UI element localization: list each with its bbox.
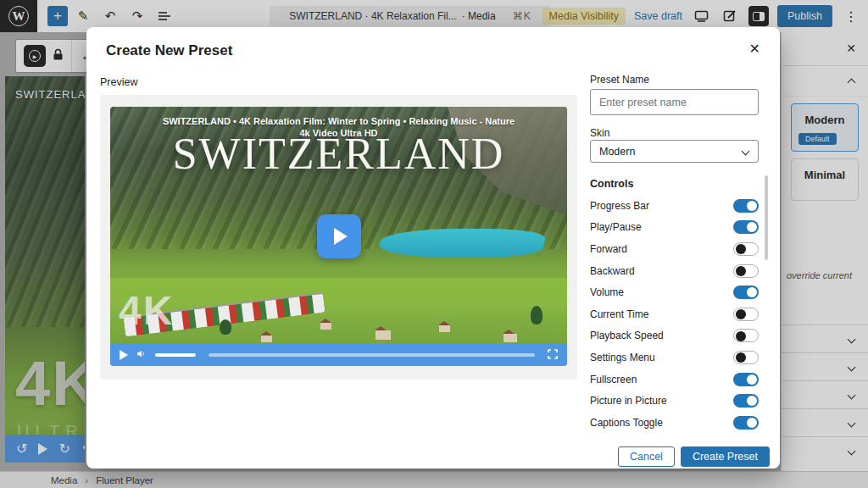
play-icon [334, 228, 348, 245]
preview-box: SWITZERLAND • 4K Relaxation Film: Winter… [100, 95, 577, 380]
control-label: Captions Toggle [590, 417, 663, 429]
toggle-captions-toggle[interactable] [733, 416, 759, 430]
tree-shape [220, 319, 231, 335]
control-label: Current Time [590, 308, 648, 320]
preset-name-input[interactable] [590, 89, 759, 115]
toggle-knob [736, 331, 746, 341]
control-row-volume: Volume [590, 281, 759, 303]
toggle-knob [747, 374, 757, 385]
cancel-button[interactable]: Cancel [618, 446, 675, 467]
preview-label: Preview [100, 76, 137, 88]
control-row-settings-menu: Settings Menu [590, 347, 759, 369]
house-shape [504, 334, 517, 342]
toggle-forward[interactable] [733, 242, 759, 256]
player-control-bar [110, 343, 567, 366]
toggle-knob [736, 266, 746, 276]
toggle-knob [736, 309, 746, 319]
controls-list: Progress BarPlay/PauseForwardBackwardVol… [590, 195, 759, 434]
screen: W + ✎ ↶ ↷ SWITZERLAND · 4K Relaxation Fi… [0, 0, 868, 488]
control-label: Playback Speed [590, 330, 664, 341]
control-label: Volume [590, 286, 624, 298]
toggle-settings-menu[interactable] [733, 351, 759, 364]
skin-select-value: Modern [599, 146, 635, 158]
tree-shape [531, 306, 542, 324]
toggle-volume[interactable] [733, 286, 759, 299]
control-row-play-pause: Play/Pause [590, 217, 759, 239]
house-shape [439, 325, 450, 332]
control-row-backward: Backward [590, 260, 759, 282]
create-preset-modal: Create New Preset ✕ Preview [86, 27, 780, 469]
house-shape [320, 323, 331, 330]
control-label: Forward [590, 243, 627, 255]
house-shape [376, 330, 391, 340]
control-row-current-time: Current Time [590, 303, 759, 325]
modal-footer: Cancel Create Preset [618, 446, 770, 467]
toggle-backward[interactable] [733, 264, 759, 278]
skin-label: Skin [590, 127, 609, 139]
control-label: Progress Bar [590, 200, 649, 212]
volume-icon[interactable] [136, 347, 147, 363]
toggle-knob [747, 201, 757, 211]
toggle-knob [736, 244, 746, 254]
toggle-knob [747, 396, 757, 406]
video-watermark: 4K [119, 287, 174, 334]
toggle-knob [747, 418, 757, 428]
video-big-title: SWITZERLAND [110, 129, 567, 179]
house-shape [261, 336, 272, 342]
control-label: Fullscreen [590, 374, 637, 385]
toggle-fullscreen[interactable] [733, 373, 759, 386]
progress-bar[interactable] [209, 353, 535, 357]
toggle-progress-bar[interactable] [733, 199, 759, 213]
preset-name-label: Preset Name [590, 74, 649, 86]
create-preset-button[interactable]: Create Preset [681, 446, 770, 467]
control-label: Backward [590, 265, 635, 277]
control-row-picture-in-picture: Picture in Picture [590, 390, 759, 412]
control-label: Picture in Picture [590, 395, 667, 407]
control-label: Settings Menu [590, 352, 655, 363]
toggle-play-pause[interactable] [733, 220, 759, 234]
toggle-knob [747, 287, 757, 297]
controls-heading: Controls [590, 178, 633, 190]
chevron-down-icon [742, 147, 750, 156]
toggle-playback-speed[interactable] [733, 329, 759, 342]
toggle-picture-in-picture[interactable] [733, 394, 759, 408]
modal-scrollbar[interactable] [765, 175, 768, 260]
toggle-knob [747, 222, 757, 232]
control-row-progress-bar: Progress Bar [590, 195, 759, 217]
control-label: Play/Pause [590, 221, 642, 233]
modal-close-icon[interactable]: ✕ [749, 41, 760, 57]
toggle-knob [736, 352, 746, 363]
fullscreen-icon[interactable] [548, 347, 558, 363]
volume-slider[interactable] [155, 353, 196, 357]
lake-shape [376, 229, 547, 258]
video-title-line: SWITZERLAND • 4K Relaxation Film: Winter… [110, 116, 567, 126]
video-preview: SWITZERLAND • 4K Relaxation Film: Winter… [110, 107, 567, 366]
play-icon[interactable] [120, 350, 128, 360]
skin-select[interactable]: Modern [590, 140, 759, 163]
toggle-current-time[interactable] [733, 308, 759, 321]
control-row-fullscreen: Fullscreen [590, 369, 759, 391]
control-row-playback-speed: Playback Speed [590, 325, 759, 347]
control-row-captions-toggle: Captions Toggle [590, 412, 759, 434]
control-row-forward: Forward [590, 238, 759, 260]
modal-title: Create New Preset [106, 42, 232, 59]
big-play-button[interactable] [317, 214, 361, 258]
